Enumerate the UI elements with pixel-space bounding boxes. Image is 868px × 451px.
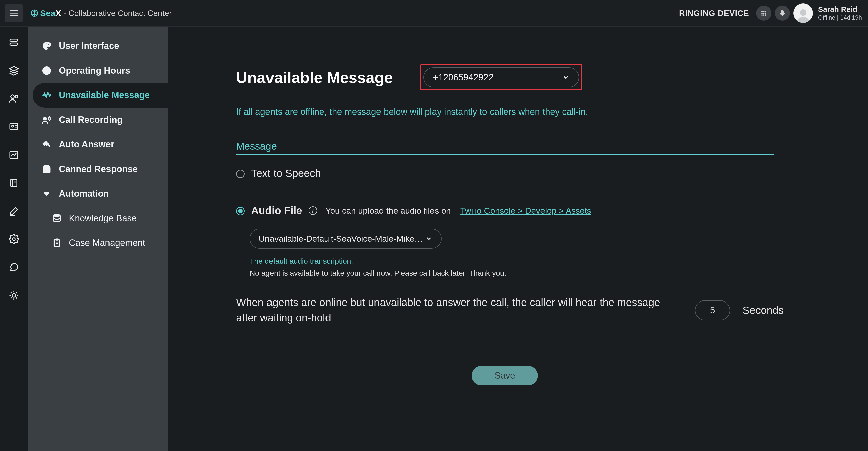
sidebar-item-call-recording[interactable]: Call Recording [28,108,168,132]
brand-subtitle: - Collaborative Contact Center [64,8,172,18]
svg-point-41 [54,214,60,217]
audio-file-selected-value: Unavailable-Default-SeaVoice-Male-Mike-E… [259,234,425,244]
svg-point-13 [763,14,764,16]
sidebar-item-label: User Interface [59,41,119,51]
avatar[interactable] [794,3,813,23]
message-section-label: Message [236,141,774,155]
svg-point-9 [761,12,762,13]
rail-id-card-icon[interactable] [8,121,19,132]
info-icon[interactable]: i [309,206,317,215]
svg-point-36 [48,44,49,45]
svg-point-21 [11,95,14,98]
sidebar-item-automation[interactable]: Automation [28,181,168,206]
save-button[interactable]: Save [472,366,538,385]
chevron-down-icon [42,189,52,199]
audio-file-select[interactable]: Unavailable-Default-SeaVoice-Male-Mike-E… [250,229,441,249]
svg-point-11 [765,12,766,13]
wait-seconds-input[interactable] [695,300,730,320]
sidebar-item-user-interface[interactable]: User Interface [28,34,168,58]
phone-number-selected-value: +12065942922 [433,72,494,83]
dialpad-icon [760,9,768,17]
sidebar-item-unavailable-message[interactable]: Unavailable Message [33,83,168,108]
radio-audio-file[interactable] [236,207,245,215]
svg-rect-43 [56,239,58,240]
canned-icon [42,164,52,174]
microphone-icon [779,9,786,17]
radio-text-to-speech[interactable] [236,170,245,178]
svg-marker-20 [9,66,18,71]
ringing-device-label: RINGING DEVICE [679,8,749,18]
rail-chat-icon[interactable] [8,262,19,273]
brand-text-sea: Sea [40,8,56,18]
svg-point-33 [12,294,16,297]
svg-point-14 [765,14,766,16]
hamburger-menu-button[interactable] [5,4,23,22]
reply-all-icon [42,140,52,150]
settings-sidebar: User Interface Operating Hours Unavailab… [28,27,168,451]
rail-settings-icon[interactable] [8,234,19,245]
sidebar-item-auto-answer[interactable]: Auto Answer [28,132,168,157]
sidebar-item-label: Case Management [69,238,145,248]
sidebar-item-label: Call Recording [59,115,123,125]
wave-icon [42,90,52,100]
avatar-placeholder-icon [796,7,811,23]
dialpad-button[interactable] [756,5,771,21]
svg-point-12 [761,14,762,16]
main-content: Unavailable Message +12065942922 If all … [168,27,868,451]
svg-rect-28 [11,179,17,186]
svg-point-10 [763,12,764,13]
icon-rail [0,27,28,451]
rail-edit-icon[interactable] [8,206,19,217]
option-audio-row: Audio File i You can upload the audio fi… [236,205,803,217]
top-bar: SeaX - Collaborative Contact Center RING… [0,0,868,27]
svg-point-8 [765,11,766,12]
palette-icon [42,41,52,51]
svg-point-6 [761,11,762,12]
record-voice-icon [42,115,52,125]
svg-rect-18 [10,39,18,41]
svg-rect-42 [54,240,59,247]
rail-users-icon[interactable] [8,93,19,104]
transcription-text: No agent is available to take your call … [250,269,803,277]
wait-seconds-unit: Seconds [743,304,784,316]
rail-integrations-icon[interactable] [8,290,19,301]
sidebar-item-label: Auto Answer [59,139,114,150]
svg-point-24 [11,125,13,127]
user-status: Offline | 14d 19h [818,14,862,21]
brand-logo: SeaX [30,8,61,18]
rail-queues-icon[interactable] [8,37,19,48]
sidebar-item-case-management[interactable]: Case Management [28,231,168,255]
hamburger-icon [9,8,19,18]
chevron-down-icon [426,235,433,242]
svg-rect-19 [10,43,18,46]
sidebar-item-label: Canned Response [59,164,137,174]
audio-hint-text: You can upload the audio files on [325,206,451,216]
clock-icon [42,66,52,76]
svg-point-34 [44,45,45,46]
sidebar-item-label: Knowledge Base [69,213,136,223]
rail-library-icon[interactable] [8,177,19,188]
user-info: Sarah Reid Offline | 14d 19h [818,5,862,21]
rail-layers-icon[interactable] [8,65,19,76]
svg-point-7 [763,11,764,12]
phone-number-select[interactable]: +12065942922 [424,67,579,87]
microphone-button[interactable] [775,5,790,21]
brand-logo-icon [30,9,39,17]
transcription-label: The default audio transcription: [250,257,803,265]
clipboard-icon [52,238,62,248]
user-name: Sarah Reid [818,5,862,13]
brand-text-x: X [56,8,61,18]
sidebar-item-canned-response[interactable]: Canned Response [28,157,168,181]
database-icon [52,213,62,223]
svg-point-38 [43,117,47,120]
sidebar-item-knowledge-base[interactable]: Knowledge Base [28,206,168,231]
sidebar-item-operating-hours[interactable]: Operating Hours [28,58,168,83]
sidebar-item-label: Unavailable Message [59,90,150,100]
rail-analytics-icon[interactable] [8,149,19,160]
svg-point-17 [800,9,806,16]
phone-select-highlight-box: +12065942922 [421,64,582,90]
radio-audio-label: Audio File [251,205,302,217]
sidebar-item-label: Operating Hours [59,65,130,76]
svg-point-35 [46,43,47,44]
twilio-console-link[interactable]: Twilio Console > Develop > Assets [460,206,591,216]
